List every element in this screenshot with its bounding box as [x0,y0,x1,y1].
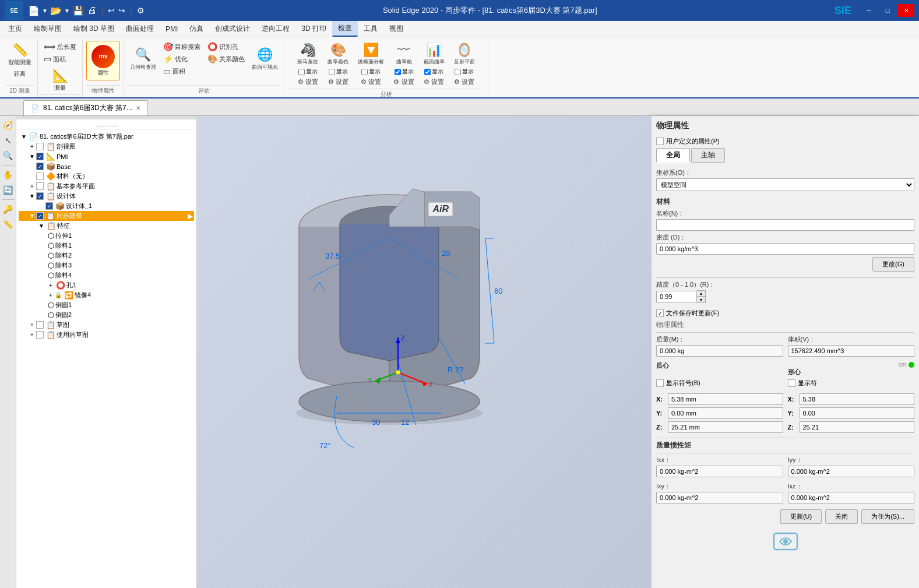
menu-tools[interactable]: 工具 [358,22,383,36]
reflect-settings-btn[interactable]: ⚙ 设置 [452,76,477,87]
user-defined-checkbox[interactable] [656,138,664,145]
check-material[interactable] [36,172,44,180]
tree-item-fillet2[interactable]: ⬡ 倒圆2 [19,310,194,320]
menu-generative[interactable]: 创成式设计 [209,22,256,36]
tab-close-btn[interactable]: ✕ [136,105,140,111]
maximize-button[interactable]: □ [879,4,896,17]
expand-usedsketch[interactable]: + [28,331,36,339]
select-btn[interactable]: ↖ [1,133,15,147]
comb-btn[interactable]: 〰 曲率梳 [392,41,416,67]
tree-item-extrude1[interactable]: ⬡ 拉伸1 [19,231,194,241]
expand-sectview[interactable]: + [28,143,36,151]
expand-designbody1[interactable] [37,202,45,210]
new-icon[interactable]: 📄 [28,5,40,16]
tree-item-cut3[interactable]: ⬡ 除料3 [19,260,194,270]
save-icon[interactable]: 💾 [72,5,84,16]
expand-sync[interactable]: ▼ [28,212,36,220]
open-icon[interactable]: 📂 [50,5,62,16]
surface-area-btn[interactable]: ▭ 面积 [161,65,203,77]
tree-item-material[interactable]: 🔶 材料（无） [19,171,194,181]
redo-icon[interactable]: ↪ [118,6,125,15]
density-input[interactable] [656,243,914,255]
menu-reverse[interactable]: 逆向工程 [256,22,295,36]
tree-item-fillet1[interactable]: ⬡ 倒圆1 [19,300,194,310]
pan-btn[interactable]: ✋ [1,168,15,182]
identify-hole-btn[interactable]: ⭕ 识别孔 [205,41,247,52]
tab-global[interactable]: 全局 [656,148,690,163]
check-designbody[interactable]: ✓ [36,192,44,200]
menu-3dprint[interactable]: 3D 打印 [295,22,332,36]
reflection-btn[interactable]: 🪞 反射平面 [452,41,477,67]
zebra-settings-btn[interactable]: ⚙ 设置 [295,76,321,87]
zoom-btn[interactable]: 🔍 [1,149,15,163]
expand-hole1[interactable]: + [47,281,55,290]
tree-item-features[interactable]: ▼ 📋 特征 [19,221,194,231]
undo-icon[interactable]: ↩ [108,6,115,15]
menu-sim[interactable]: 仿真 [184,22,209,36]
tab-mainaxis[interactable]: 主轴 [691,148,725,163]
tree-item-mirror4[interactable]: + 🔒 🔁 镜像4 [19,290,194,300]
expand-sketch[interactable]: + [28,321,36,329]
tree-item-hole1[interactable]: + ⭕ 孔1 [19,280,194,290]
expand-designbody[interactable]: ▼ [28,192,36,200]
section-curv-btn[interactable]: 📊 截面曲率 [421,41,447,67]
tree-item-cut4[interactable]: ⬡ 除料4 [19,270,194,280]
check-sync[interactable]: ✓ [36,212,44,220]
change-btn[interactable]: 更改(G) [872,257,914,272]
viewport[interactable]: 37.5 60 R 22 12 30 72° 20 Z X [197,116,651,588]
file-tab[interactable]: 📄 81. catics第6届3D大赛 第7... ✕ [23,100,148,115]
check-pmi[interactable]: ✓ [36,153,44,160]
tree-item-sketch[interactable]: + 📋 草图 [19,320,194,330]
expand-features[interactable]: ▼ [37,222,45,230]
distance-btn[interactable]: 距离 [6,69,34,79]
check-usedsketch[interactable] [36,331,44,339]
material-name-input[interactable] [656,219,914,231]
check-sectview[interactable] [36,143,44,150]
draft-btn[interactable]: 🔽 拔模面分析 [355,41,386,67]
tree-item-designbody[interactable]: ▼ ✓ 📋 设计体 [19,191,194,201]
area-btn[interactable]: ▭ 面积 [41,53,79,65]
comb-checkbox[interactable] [395,69,401,75]
tree-item-cut2[interactable]: ⬡ 除料2 [19,251,194,260]
spin-up-btn[interactable]: ▲ [697,291,705,297]
measure-btn[interactable]: 📐 测量 [41,66,79,93]
tree-item-sync[interactable]: ▼ ✓ 📋 同步建模 ▶ [19,211,194,221]
centroid-show-checkbox[interactable] [788,379,795,387]
tree-item-usedsketch[interactable]: + 📋 使用的草图 [19,330,194,340]
tree-root-expand[interactable]: ▼ [20,133,28,141]
nav-tool-btn[interactable]: 🧭 [1,118,15,132]
curvature-settings-btn[interactable]: ⚙ 设置 [326,76,351,87]
measure-tool-btn[interactable]: 📏 [1,217,15,231]
check-sketch[interactable] [36,321,44,329]
print-icon[interactable]: 🖨 [87,5,97,16]
tree-root[interactable]: ▼ 📄 81. catics第6届3D大赛 第7题.par [19,132,194,142]
file-save-checkbox[interactable]: ✓ [656,309,664,317]
minimize-button[interactable]: ─ [861,4,877,17]
section-settings-btn[interactable]: ⚙ 设置 [421,76,446,87]
spin-down-btn[interactable]: ▼ [697,297,705,302]
zebra-checkbox[interactable] [298,69,305,75]
expand-mirror4[interactable]: + [47,291,55,300]
section-checkbox[interactable] [424,69,431,75]
close-panel-btn[interactable]: 关闭 [825,509,858,524]
check-refplane[interactable] [36,182,44,190]
precision-input[interactable] [656,291,697,302]
tree-scroll[interactable]: ▼ 📄 81. catics第6届3D大赛 第7题.par + 📋 剖视图 ▼ … [16,129,196,588]
tree-item-pmi[interactable]: ▼ ✓ 📐 PMI [19,152,194,161]
key-btn[interactable]: 🔑 [1,202,15,216]
curvature-checkbox[interactable] [329,69,335,75]
check-designbody1[interactable]: ✓ [45,202,53,210]
update-btn[interactable]: 更新(U) [780,509,822,524]
rotate-btn[interactable]: 🔄 [1,183,15,197]
comb-settings-btn[interactable]: ⚙ 设置 [391,76,416,87]
tree-item-sectview[interactable]: + 📋 剖视图 [19,142,194,152]
save-as-btn[interactable]: 为住为(S)... [861,509,914,524]
tree-item-designbody1[interactable]: ✓ 📦 设计体_1 [19,201,194,211]
menu-sketch3d[interactable]: 绘制 3D 草图 [68,22,120,36]
expand-material[interactable] [28,172,36,181]
optimize-btn[interactable]: ⚡ 优化 [161,53,203,65]
menu-surface[interactable]: 曲面处理 [120,22,160,36]
tree-item-cut1[interactable]: ⬡ 除料1 [19,241,194,251]
surface-viz-btn[interactable]: 🌐 曲面可视化 [249,41,280,77]
dropdown2-icon[interactable]: ▼ [64,8,70,14]
